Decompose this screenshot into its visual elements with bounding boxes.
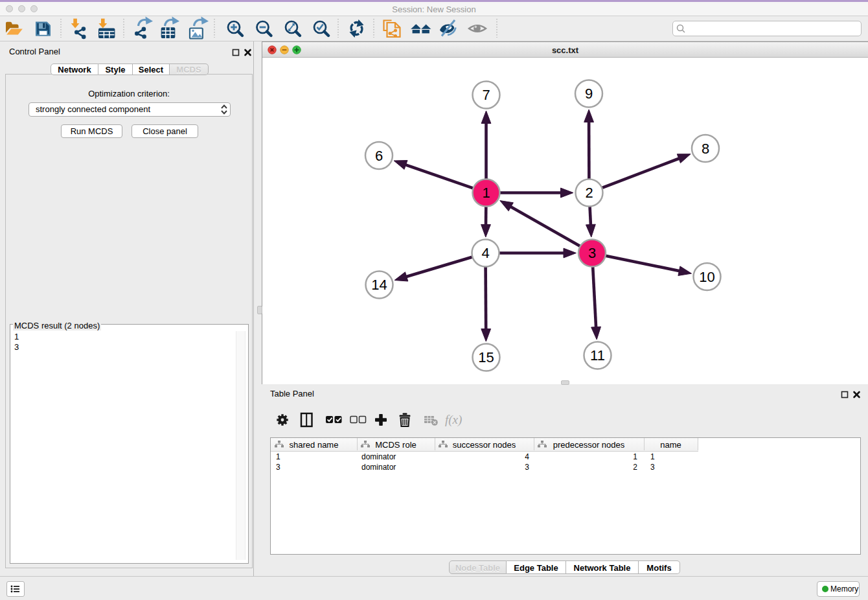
svg-text:8: 8 [702, 141, 709, 157]
svg-text:f(x): f(x) [445, 413, 462, 427]
svg-text:9: 9 [585, 86, 593, 102]
svg-text:2: 2 [585, 185, 593, 201]
svg-text:4: 4 [481, 245, 489, 261]
svg-text:3: 3 [588, 245, 596, 261]
svg-text:6: 6 [375, 148, 383, 164]
svg-text:15: 15 [478, 349, 494, 365]
svg-text:7: 7 [482, 87, 490, 103]
svg-text:10: 10 [699, 269, 714, 285]
svg-text:14: 14 [371, 277, 387, 293]
svg-text:1: 1 [482, 185, 490, 201]
svg-text:11: 11 [590, 347, 605, 363]
